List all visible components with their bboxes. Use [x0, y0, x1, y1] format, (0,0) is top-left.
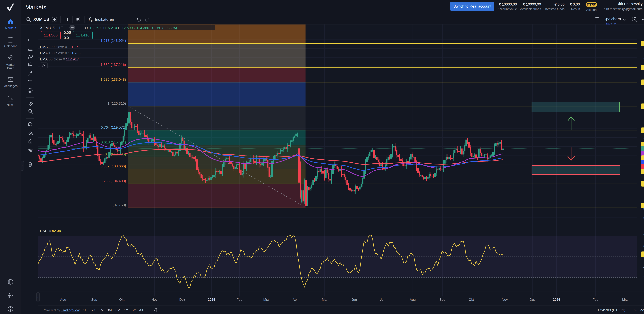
svg-text:EMA 200 close 0 111.262: EMA 200 close 0 111.262: [40, 45, 80, 49]
svg-text:0.236 (104.498): 0.236 (104.498): [100, 179, 126, 183]
svg-text:0.764 (119.572): 0.764 (119.572): [101, 125, 126, 129]
svg-text:114.360: 114.360: [44, 33, 58, 37]
svg-text:Feb: Feb: [236, 298, 242, 301]
svg-text:Dez: Dez: [179, 298, 185, 301]
svg-text:133.048: 133.048: [644, 80, 644, 84]
svg-text:140.000: 140.000: [643, 56, 644, 60]
svg-text:125.000: 125.000: [643, 109, 644, 113]
svg-text:100.000: 100.000: [643, 198, 644, 202]
svg-text:1.618 (143.954): 1.618 (143.954): [100, 39, 126, 43]
svg-text:Dez: Dez: [530, 298, 536, 301]
svg-text:Nov: Nov: [502, 298, 508, 301]
svg-text:40.00: 40.00: [643, 265, 644, 269]
svg-text:1.382 (137.216): 1.382 (137.216): [100, 63, 126, 67]
svg-text:135.000: 135.000: [643, 73, 644, 77]
svg-text:97.760: 97.760: [644, 203, 644, 207]
svg-text:Mai: Mai: [322, 298, 327, 301]
svg-text:0.382 (108.666): 0.382 (108.666): [100, 164, 126, 168]
svg-text:130.000: 130.000: [643, 91, 644, 95]
svg-text:Sep: Sep: [91, 298, 97, 301]
svg-text:114.410: 114.410: [76, 33, 90, 37]
svg-text:Jul: Jul: [380, 298, 384, 301]
svg-text:95.000: 95.000: [643, 216, 644, 220]
svg-text:O113.960 H115.210 L112.590 C11: O113.960 H115.210 L112.590 C114.360 −0.2…: [85, 26, 177, 30]
svg-text:Jun: Jun: [352, 298, 357, 301]
svg-text:111.786: 111.786: [644, 161, 644, 164]
svg-text:70.00: 70.00: [643, 234, 644, 238]
svg-text:Sep: Sep: [440, 298, 446, 301]
svg-text:EMA 100 close 0 111.786: EMA 100 close 0 111.786: [40, 51, 80, 55]
svg-text:111.262: 111.262: [644, 165, 644, 169]
svg-text:142.500: 142.500: [643, 47, 644, 51]
svg-text:XOM.US · 1T: XOM.US · 1T: [40, 26, 63, 30]
svg-text:Feb: Feb: [592, 298, 598, 301]
svg-text:Aug: Aug: [410, 298, 416, 301]
svg-text:Mrz: Mrz: [263, 298, 269, 301]
svg-text:102.500: 102.500: [643, 189, 644, 193]
svg-text:Okt: Okt: [119, 298, 124, 301]
svg-text:30.00: 30.00: [643, 275, 644, 279]
svg-text:122.500: 122.500: [643, 118, 644, 122]
svg-text:104.498: 104.498: [644, 182, 644, 186]
svg-text:Okt: Okt: [469, 298, 474, 301]
svg-text:2025: 2025: [208, 298, 215, 301]
svg-text:2026: 2026: [553, 298, 560, 301]
svg-text:0.01: 0.01: [64, 36, 71, 40]
svg-text:0.05: 0.05: [64, 31, 71, 35]
svg-text:114.360: 114.360: [644, 147, 644, 151]
svg-text:Mrz: Mrz: [622, 298, 628, 301]
svg-text:0 (97.760): 0 (97.760): [110, 203, 126, 207]
svg-text:127.500: 127.500: [643, 100, 644, 104]
svg-text:108.666: 108.666: [644, 169, 644, 173]
svg-text:1 (126.310): 1 (126.310): [108, 101, 126, 105]
svg-text:60.00: 60.00: [643, 244, 644, 248]
svg-text:Aug: Aug: [60, 298, 66, 301]
svg-text:1.236 (133.048): 1.236 (133.048): [100, 78, 126, 82]
svg-text:20.00: 20.00: [643, 286, 644, 290]
svg-text:117.500: 117.500: [643, 136, 644, 139]
svg-text:126.310: 126.310: [644, 104, 644, 108]
svg-text:143.954: 143.954: [644, 41, 644, 45]
svg-text:119.572: 119.572: [644, 128, 644, 132]
svg-text:EMA 50 close 0 112.917: EMA 50 close 0 112.917: [40, 57, 79, 61]
svg-text:52.39: 52.39: [644, 252, 644, 256]
svg-text:RSI 14 52.39: RSI 14 52.39: [40, 229, 61, 233]
svg-text:Apr: Apr: [293, 298, 298, 301]
svg-text:Nov: Nov: [152, 298, 158, 301]
svg-text:f: f: [89, 16, 91, 22]
svg-text:x: x: [91, 19, 92, 23]
svg-text:147.500: 147.500: [643, 29, 644, 33]
svg-text:137.216: 137.216: [644, 66, 644, 69]
svg-text:112.917: 112.917: [644, 152, 644, 155]
svg-text:112.035: 112.035: [644, 156, 644, 160]
